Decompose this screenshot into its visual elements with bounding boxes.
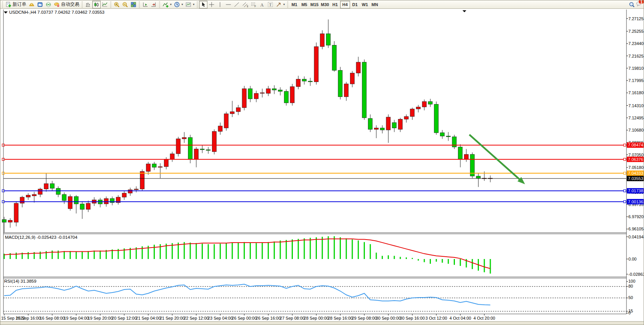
time-tick-label: 30 Sep 00:00 (376, 316, 401, 320)
time-tick-label: 16 Sep 08:00 (40, 316, 64, 320)
chart-shift-button[interactable] (149, 1, 158, 8)
candle-body (350, 73, 354, 84)
candle-body (50, 183, 54, 188)
indicators-dropdown-caret: ▾ (170, 3, 172, 6)
candle-body (230, 112, 234, 114)
periods-dropdown-caret: ▾ (181, 3, 183, 6)
cursor-button[interactable] (199, 1, 207, 8)
time-tick-label: 29 Sep 08:00 (352, 316, 377, 320)
toolbar-group-objects: E F A T ▾ (196, 0, 286, 9)
crosshair-button[interactable] (207, 1, 216, 8)
candle-body (8, 220, 12, 222)
search-button[interactable] (628, 1, 636, 8)
timeframe-mn-button[interactable]: MN (370, 1, 380, 8)
time-tick-label: 20 Sep 12:00 (112, 316, 137, 320)
text-icon: A (259, 2, 265, 8)
new-order-label: 新订单 (13, 1, 26, 8)
timeframe-d1-button[interactable]: D1 (350, 1, 360, 8)
signal-button[interactable] (44, 1, 53, 8)
main-toolbar: 新订单 自动交易 (0, 0, 644, 9)
price-line-tag-label: 7.04333 (628, 171, 643, 175)
price-tick-label: 7.23440 (628, 41, 644, 46)
time-tick-label: 3 Oct 12:00 (426, 316, 447, 320)
deposit-button[interactable] (27, 1, 36, 8)
trendline-button[interactable] (233, 1, 241, 8)
indicators-icon (162, 2, 169, 8)
candle-body (128, 190, 132, 193)
rsi-tick-label: 0 (628, 311, 631, 315)
candle-body (44, 183, 48, 189)
templates-dropdown-caret: ▾ (193, 3, 194, 6)
timeframe-m1-button[interactable]: M1 (289, 1, 299, 8)
text-label-icon: T (267, 2, 273, 8)
text-label-button[interactable]: T (266, 1, 275, 8)
line-chart-button[interactable] (101, 1, 109, 8)
toolbar-group-insert: ▾ ▾ ▾ (158, 0, 196, 9)
chart-shift-icon (151, 2, 157, 8)
time-tick-label: 4 Oct 04:00 (450, 316, 471, 320)
candle-body (362, 62, 366, 118)
line-handle (624, 172, 626, 174)
auto-trading-button[interactable]: 自动交易 (53, 1, 80, 8)
macd-indicator-label: MACD(12,26,9) -0.025423 -0.014704 (5, 235, 77, 240)
price-tick-label: 6.96105 (628, 227, 644, 231)
time-tick-label: 21 Sep 20:00 (160, 316, 185, 320)
candle-body (428, 101, 432, 104)
toolbar-group-zoom (109, 0, 138, 9)
candle-body (392, 122, 397, 128)
time-tick-label: 28 Sep 00:00 (304, 316, 329, 320)
line-chart-icon (102, 2, 108, 8)
timeframe-m15-button[interactable]: M15 (309, 1, 320, 8)
zoom-in-button[interactable] (112, 1, 121, 8)
zoom-out-button[interactable] (121, 1, 129, 8)
new-order-button[interactable]: 新订单 (4, 1, 27, 8)
candle-body (80, 204, 84, 209)
chat-button[interactable]: 1 (636, 1, 642, 8)
periods-button[interactable]: ▾ (173, 1, 184, 8)
time-tick-label: 22 Sep 12:00 (184, 316, 209, 320)
candlestick-chart-button[interactable] (92, 1, 101, 8)
toolbar-group-timeframes: M1 M5 M15 M30 H1 H4 D1 W1 MN (286, 0, 380, 9)
candle-body (422, 101, 426, 107)
candle-body (26, 195, 31, 197)
candle-body (134, 189, 138, 190)
cursor-icon (200, 2, 206, 8)
fibonacci-button[interactable]: F (249, 1, 258, 8)
candle-body (146, 164, 150, 172)
timeframe-w1-button[interactable]: W1 (360, 1, 370, 8)
app-button[interactable] (36, 1, 44, 8)
channel-button[interactable]: E (241, 1, 249, 8)
trading-terminal: 新订单 自动交易 (0, 0, 644, 325)
candle-body (308, 81, 312, 82)
candle-body (206, 150, 210, 150)
window-frame-strip (0, 321, 644, 325)
timeframe-h4-button[interactable]: H4 (340, 1, 350, 8)
templates-button[interactable]: ▾ (184, 1, 196, 8)
auto-scroll-button[interactable] (141, 1, 149, 8)
horizontal-line-button[interactable] (224, 1, 233, 8)
text-button[interactable]: A (258, 1, 266, 8)
chart-canvas[interactable]: 7.271257.252557.234407.216257.198107.179… (0, 9, 644, 325)
candle-body (302, 79, 307, 81)
candle-body (86, 203, 90, 209)
timeframe-m30-button[interactable]: M30 (320, 1, 330, 8)
rsi-tick-label: 50 (628, 295, 633, 300)
price-line-tag-label: 7.08474 (628, 143, 643, 147)
timeframe-m5-button[interactable]: M5 (299, 1, 309, 8)
toolbar-group-chart-type (81, 0, 109, 9)
indicators-button[interactable]: ▾ (161, 1, 173, 8)
bar-chart-button[interactable] (84, 1, 92, 8)
timeframe-h1-button[interactable]: H1 (330, 1, 340, 8)
chart-plot-area[interactable] (3, 10, 626, 232)
candle-body (164, 159, 169, 167)
vertical-line-button[interactable] (216, 1, 224, 8)
candle-body (284, 92, 288, 103)
trendline-icon (234, 2, 240, 8)
candle-body (194, 149, 198, 159)
arrows-button[interactable]: ▾ (275, 1, 286, 8)
svg-text:A: A (260, 2, 264, 7)
toolbar-group-trade: 新订单 自动交易 (1, 0, 81, 9)
candle-body (332, 45, 336, 71)
time-tick-label: 19 Sep 20:00 (88, 316, 112, 320)
tile-windows-button[interactable] (129, 1, 138, 8)
